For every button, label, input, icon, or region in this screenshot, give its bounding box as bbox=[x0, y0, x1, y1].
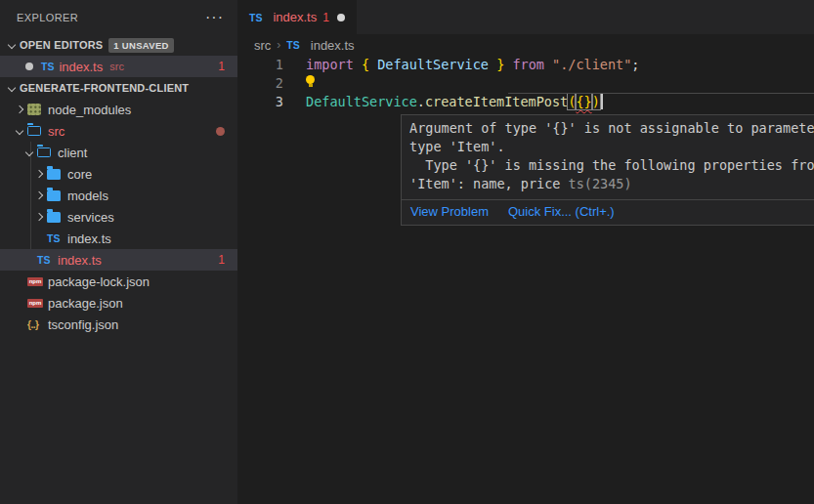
tree-item-label: src bbox=[48, 124, 64, 139]
open-editors-label: OPEN EDITORS bbox=[20, 39, 103, 51]
code-token: import bbox=[306, 57, 354, 72]
open-editor-description: src bbox=[109, 61, 124, 72]
tree-item-label: index.ts bbox=[67, 231, 111, 246]
current-line-border bbox=[508, 93, 814, 94]
line-number: 2 bbox=[237, 74, 283, 93]
code-line-content[interactable]: DefaultService.createItemItemPost({}) bbox=[306, 93, 603, 111]
tab-filename: index.ts bbox=[273, 10, 317, 24]
tree-item-core[interactable]: core bbox=[0, 163, 237, 185]
error-message: Argument of type '{}' is not assignable … bbox=[402, 115, 814, 199]
code-token: ; bbox=[631, 57, 639, 72]
chevron-down-icon[interactable] bbox=[25, 148, 33, 156]
text-cursor bbox=[601, 94, 603, 109]
error-message-line: type 'Item'. bbox=[409, 138, 814, 156]
code-token bbox=[354, 57, 362, 72]
code-token: {} bbox=[576, 94, 591, 109]
tree-item-package-lock-json[interactable]: npmpackage-lock.json bbox=[0, 271, 237, 292]
tree-item-models[interactable]: models bbox=[0, 185, 237, 206]
error-message-line: Type '{}' is missing the following prope… bbox=[409, 156, 814, 175]
npm-icon: npm bbox=[27, 299, 43, 308]
code-token: "./client" bbox=[552, 57, 631, 72]
chevron-right-icon: › bbox=[277, 38, 280, 52]
code-token bbox=[369, 57, 377, 72]
ts-icon: TS bbox=[249, 12, 262, 23]
ts-icon: TS bbox=[286, 39, 299, 51]
quick-fix-link[interactable]: Quick Fix... (Ctrl+.) bbox=[508, 204, 615, 219]
breadcrumb-src[interactable]: src bbox=[254, 38, 271, 53]
error-message-line: Argument of type '{}' is not assignable … bbox=[409, 119, 814, 138]
project-root-header[interactable]: GENERATE-FRONTEND-CLIENT bbox=[0, 77, 237, 99]
tree-item-label: core bbox=[67, 167, 92, 182]
unsaved-badge: 1 UNSAVED bbox=[108, 38, 173, 53]
code-token: { bbox=[362, 57, 369, 72]
chevron-right-icon[interactable] bbox=[35, 213, 43, 221]
code-editor[interactable]: 1import { DefaultService } from "./clien… bbox=[237, 56, 814, 111]
more-actions-icon[interactable]: ··· bbox=[205, 13, 224, 22]
open-editors-header[interactable]: OPEN EDITORS 1 UNSAVED bbox=[0, 34, 237, 56]
chevron-right-icon[interactable] bbox=[16, 105, 23, 113]
code-token bbox=[489, 57, 496, 72]
tree-item-label: package-lock.json bbox=[48, 274, 150, 289]
sidebar-header: EXPLORER ··· bbox=[0, 0, 237, 34]
tree-item-label: client bbox=[58, 146, 87, 160]
file-tree: node_modulessrcclientcoremodelsservicesT… bbox=[0, 99, 237, 335]
code-line: 2 bbox=[237, 74, 814, 93]
folder-icon bbox=[47, 190, 61, 201]
error-hover-widget: Argument of type '{}' is not assignable … bbox=[401, 114, 814, 226]
tab-error-count: 1 bbox=[322, 11, 329, 24]
open-editor-item-index-ts[interactable]: TS index.ts src 1 bbox=[0, 56, 237, 77]
folder-icon bbox=[47, 212, 61, 223]
folder-node-icon bbox=[27, 104, 41, 115]
explorer-sidebar: EXPLORER ··· OPEN EDITORS 1 UNSAVED TS i… bbox=[0, 0, 237, 504]
tree-item-label: models bbox=[67, 189, 108, 203]
dirty-dot-icon[interactable] bbox=[337, 14, 345, 21]
tab-index-ts[interactable]: TS index.ts 1 bbox=[237, 0, 357, 34]
code-line: 3DefaultService.createItemItemPost({}) bbox=[237, 93, 814, 111]
code-token bbox=[544, 57, 552, 72]
chevron-right-icon[interactable] bbox=[35, 191, 43, 199]
code-line-content[interactable]: import { DefaultService } from "./client… bbox=[306, 56, 640, 74]
code-line-content[interactable] bbox=[306, 74, 316, 93]
ts-icon: TS bbox=[47, 232, 60, 244]
project-root-label: GENERATE-FRONTEND-CLIENT bbox=[20, 82, 189, 94]
json-icon: {..} bbox=[27, 319, 38, 330]
sidebar-title: EXPLORER bbox=[17, 12, 205, 23]
code-token: from bbox=[512, 57, 544, 72]
tree-item-tsconfig-json[interactable]: {..}tsconfig.json bbox=[0, 314, 237, 335]
error-code: ts(2345) bbox=[569, 176, 632, 191]
editor-tab-bar: TS index.ts 1 bbox=[237, 0, 814, 34]
code-token: ) bbox=[592, 94, 600, 109]
ts-icon: TS bbox=[41, 61, 54, 72]
tree-item-label: index.ts bbox=[58, 253, 102, 268]
unsaved-dot-icon bbox=[25, 63, 33, 70]
error-message-line: 'Item': name, price ts(2345) bbox=[409, 175, 814, 193]
code-line: 1import { DefaultService } from "./clien… bbox=[237, 56, 814, 74]
tree-item-node-modules[interactable]: node_modules bbox=[0, 99, 237, 120]
tree-item-src[interactable]: src bbox=[0, 120, 237, 142]
folder-open-icon bbox=[37, 147, 51, 157]
chevron-down-icon bbox=[8, 41, 16, 49]
error-count-badge: 1 bbox=[218, 253, 225, 267]
folder-icon bbox=[47, 169, 61, 180]
chevron-down-icon[interactable] bbox=[16, 127, 23, 135]
folder-open-icon bbox=[27, 126, 41, 136]
code-token: . bbox=[417, 94, 425, 109]
hover-actions: View Problem Quick Fix... (Ctrl+.) bbox=[402, 199, 814, 225]
tree-item-index-ts[interactable]: TSindex.ts bbox=[0, 228, 237, 249]
view-problem-link[interactable]: View Problem bbox=[410, 204, 489, 219]
chevron-right-icon[interactable] bbox=[35, 170, 43, 178]
tree-item-label: node_modules bbox=[48, 103, 131, 117]
open-editor-filename: index.ts bbox=[59, 60, 103, 74]
chevron-down-icon bbox=[8, 84, 16, 92]
tree-item-package-json[interactable]: npmpackage.json bbox=[0, 292, 237, 314]
tree-item-index-ts[interactable]: TSindex.ts1 bbox=[0, 249, 237, 271]
tree-item-label: services bbox=[67, 210, 114, 225]
code-token: DefaultService bbox=[377, 57, 489, 72]
tree-item-client[interactable]: client bbox=[0, 142, 237, 163]
lightbulb-icon[interactable] bbox=[306, 74, 316, 88]
breadcrumb: src › TS index.ts bbox=[237, 34, 814, 56]
tree-item-services[interactable]: services bbox=[0, 206, 237, 228]
breadcrumb-index-ts[interactable]: index.ts bbox=[311, 38, 355, 53]
line-number: 3 bbox=[237, 93, 283, 111]
error-count-badge: 1 bbox=[218, 60, 225, 73]
